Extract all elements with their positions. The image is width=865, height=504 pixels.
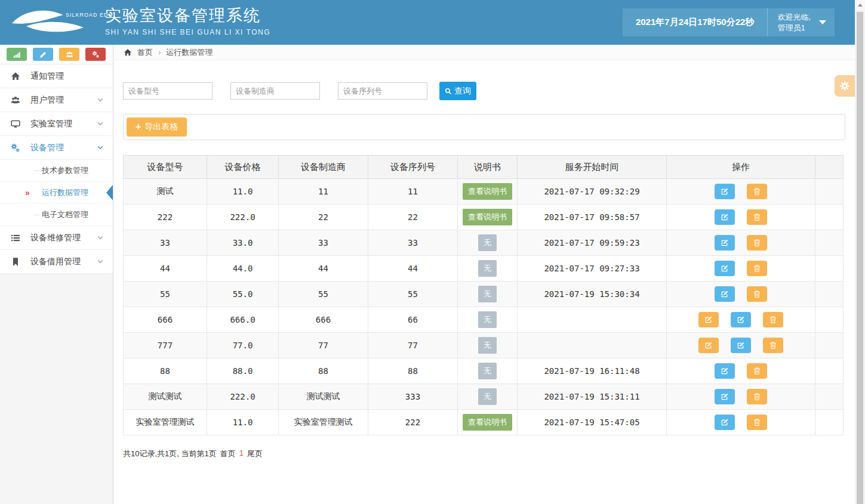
first-page-link[interactable]: 首页 [220,449,236,459]
cell-empty [815,282,844,307]
manual-badge[interactable]: 查看说明书 [463,183,512,200]
edit-button[interactable] [698,338,719,353]
trash-icon [753,392,761,401]
cell-serial: 55 [368,282,458,307]
user-menu[interactable]: 欢迎光临, 管理员1 [768,8,835,36]
main-content: 首页 › 运行数据管理 查询 + 导出表格 [113,45,855,504]
username: 管理员1 [777,23,811,33]
home-icon [11,72,23,81]
current-page-number[interactable]: 1 [239,449,244,459]
model-search-input[interactable] [123,82,213,100]
scroll-up-button[interactable] [855,0,865,10]
serial-search-input[interactable] [338,82,427,100]
sidebar-item-lab[interactable]: 实验室管理 [0,112,113,136]
delete-button[interactable] [747,286,767,302]
sidebar-item-tech-params[interactable]: 技术参数管理 [0,160,113,182]
chevron-down-icon [97,257,104,267]
cell-empty [815,384,844,410]
list-icon [11,233,23,243]
caret-down-icon [819,20,826,24]
sidebar-item-edoc[interactable]: 电子文档管理 [0,204,113,226]
edit-button[interactable] [731,338,751,353]
users-icon [11,95,23,105]
cell-empty [815,410,844,435]
cell-manual: 无 [458,358,518,384]
edit-button[interactable] [715,415,735,430]
cell-actions [667,358,815,384]
cell-manufacturer: 22 [279,205,368,230]
manual-badge: 无 [478,363,497,379]
manual-badge[interactable]: 查看说明书 [463,209,512,225]
manual-badge: 无 [478,388,497,405]
edit-icon [737,316,745,324]
delete-button[interactable] [747,235,767,251]
table-row: 222 222.0 22 22 查看说明书 2021-07-17 09:58:5… [124,205,844,230]
edit-button[interactable] [715,261,735,276]
breadcrumb-home[interactable]: 首页 [137,47,153,58]
trash-icon [753,187,761,196]
cell-actions [667,410,815,435]
cell-manual: 查看说明书 [458,205,518,230]
edit-button[interactable] [715,235,735,251]
delete-button[interactable] [747,261,767,276]
manufacturer-search-input[interactable] [230,82,320,100]
last-page-link[interactable]: 尾页 [247,449,263,459]
vertical-scrollbar[interactable] [855,0,865,504]
sidebar-item-label: 设备借用管理 [30,256,81,267]
cell-manufacturer: 33 [279,230,368,256]
export-table-button[interactable]: + 导出表格 [127,118,187,137]
edit-icon [721,290,729,298]
monitor-icon [11,119,23,129]
edit-button[interactable] [698,312,719,327]
delete-button[interactable] [747,209,767,225]
cell-price: 88.0 [207,358,279,384]
edit-button[interactable] [731,312,751,327]
delete-button[interactable] [747,184,767,199]
cell-start-time [518,333,667,358]
cell-serial: 333 [368,384,458,410]
scroll-up-arrow-icon [858,4,863,7]
edit-button[interactable] [715,286,735,302]
table-row: 666 666.0 666 66 无 [124,307,844,333]
delete-button[interactable] [747,415,767,430]
quick-edit-button[interactable] [33,48,53,61]
edit-button[interactable] [715,184,735,199]
table-row: 777 77.0 77 77 无 [124,333,844,358]
edit-button[interactable] [715,209,735,225]
bookmark-icon [11,257,23,267]
cell-manufacturer: 测试测试 [279,384,368,410]
edit-button[interactable] [715,363,735,379]
delete-button[interactable] [747,389,767,404]
delete-button[interactable] [763,312,783,327]
delete-button[interactable] [747,363,767,379]
manual-badge[interactable]: 查看说明书 [463,414,512,431]
sidebar-item-device[interactable]: 设备管理 [0,136,113,160]
delete-button[interactable] [763,338,783,353]
breadcrumb-separator: › [158,48,161,57]
cell-manufacturer: 11 [279,179,368,205]
table-row: 88 88.0 88 88 无 2021-07-19 16:11:48 [124,358,844,384]
gear-icon [839,81,850,91]
sidebar-item-run-data[interactable]: » 运行数据管理 [0,182,113,204]
quick-chart-button[interactable] [7,48,27,61]
manual-badge: 无 [478,234,497,251]
quick-settings-button[interactable] [85,48,106,61]
column-header: 服务开始时间 [518,156,667,179]
sidebar-item-users[interactable]: 用户管理 [0,88,113,112]
query-button[interactable]: 查询 [439,82,476,100]
cell-empty [815,230,844,256]
quick-users-button[interactable] [59,48,79,61]
edit-button[interactable] [715,389,735,404]
edit-icon [721,187,729,196]
cell-serial: 222 [368,410,458,435]
trash-icon [753,290,761,298]
cell-manual: 无 [458,256,518,282]
sidebar-item-borrow[interactable]: 设备借用管理 [0,250,113,274]
sidebar-item-repair[interactable]: 设备维修管理 [0,226,113,250]
column-header: 设备制造商 [279,156,368,179]
settings-gear-button[interactable] [835,75,855,97]
cell-price: 11.0 [207,179,279,205]
scrollbar-thumb[interactable] [857,12,863,504]
sidebar-item-notice[interactable]: 通知管理 [0,64,113,88]
chevron-down-icon [97,143,104,153]
